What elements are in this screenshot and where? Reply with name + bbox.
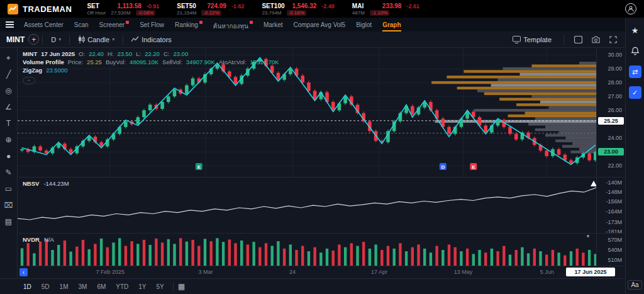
legend-symbol: MINT	[23, 50, 37, 57]
buyvol-label: BuyVol:	[106, 59, 126, 65]
timeline-jump-button[interactable]: ‹	[19, 268, 28, 276]
chevron-down-icon: ▾	[58, 37, 61, 42]
index-value: 1,113.58	[117, 3, 141, 9]
index-name: SET	[87, 3, 112, 9]
nav-item-graph[interactable]: Graph	[382, 18, 401, 31]
compare-add-button[interactable]: +	[28, 34, 39, 45]
checklist-icon[interactable]: ✓	[629, 86, 641, 99]
trading-app: TRADEMAN SET1,113.58-0.91Off Hour27,530M…	[0, 0, 644, 294]
range-1d[interactable]: 1D	[19, 282, 36, 291]
svg-text:E: E	[472, 164, 475, 170]
event-marker-d[interactable]: D	[440, 163, 447, 170]
nav-item-label: Market	[264, 21, 283, 28]
timeline[interactable]: ‹ 17 Jun 2025 7 Feb 20253 Mar2417 Apr13 …	[18, 266, 625, 278]
low-value: 22.20	[145, 50, 160, 57]
high-label: H:	[108, 50, 114, 57]
nvdr-svg[interactable]	[18, 234, 596, 266]
event-marker-e[interactable]: E	[196, 163, 203, 170]
chart-type-dropdown[interactable]: Candle ▾	[73, 33, 119, 46]
event-marker-e[interactable]: E	[470, 163, 477, 170]
range-5y[interactable]: 5Y	[152, 282, 169, 291]
index-change: -2.61	[406, 3, 419, 9]
index-change: -1.62	[231, 3, 245, 9]
symbol-search-button[interactable]: MINT	[6, 35, 28, 44]
nav-item-assets-center[interactable]: Assets Center	[24, 18, 64, 31]
alerts-bell-icon[interactable]	[629, 45, 641, 57]
pencil-tool[interactable]: ✎	[3, 167, 14, 178]
range-3m[interactable]: 3M	[74, 282, 92, 291]
nvdr-pane: 570M540M510M NVDR N/A *	[18, 233, 625, 266]
menu-icon[interactable]	[0, 18, 19, 31]
nav-item-label: Assets Center	[24, 21, 64, 28]
nvdr-value: N/A	[44, 236, 54, 243]
zoom-tool[interactable]: ⊕	[3, 135, 14, 145]
nav-item-ranking[interactable]: Ranking	[175, 18, 203, 31]
range-6m[interactable]: 6M	[92, 282, 110, 291]
fib-tool[interactable]: ◎	[3, 86, 14, 96]
layout-tool[interactable]: ▤	[3, 217, 14, 227]
nav-item-set-flow[interactable]: Set Flow	[140, 18, 164, 31]
time-tick: 3 Mar	[198, 269, 213, 275]
layout-select-button[interactable]	[571, 33, 585, 46]
index-quote-set[interactable]: SET1,113.58-0.91Off Hour27,530M-0.08%	[87, 3, 159, 16]
nbsv-axis[interactable]: -140M-148M-156M-164M-173M-181M	[596, 178, 625, 233]
nvdr-tick: 510M	[608, 257, 622, 263]
sellvol-value: 34907.90K	[186, 59, 215, 65]
calendar-icon[interactable]: ▦	[178, 282, 185, 291]
index-quote-mai[interactable]: MAI233.98-2.61487M-1.10%	[352, 3, 419, 16]
index-volume: 487M	[352, 10, 365, 16]
brush-tool[interactable]: ●	[3, 151, 14, 161]
font-size-button[interactable]: Aa	[628, 280, 641, 290]
nvdr-legend: NVDR N/A	[23, 236, 54, 243]
nbsv-svg[interactable]	[18, 178, 596, 234]
trendline-tool[interactable]: ╱	[3, 69, 14, 79]
nav-item-label: Scan	[74, 21, 89, 28]
user-avatar[interactable]	[625, 3, 636, 14]
index-quote-set50[interactable]: SET50724.09-1.6221,154M-0.22%	[177, 3, 244, 16]
nav-item-scan[interactable]: Scan	[74, 18, 89, 31]
watchlist-star-icon[interactable]: ★	[629, 24, 641, 37]
camera-icon	[592, 36, 600, 43]
nav-item-fund-search[interactable]: ค้นหากองทุน	[213, 18, 253, 31]
nav-item-label: Set Flow	[140, 21, 164, 28]
nav-item-compare-avg-vol5[interactable]: Compare Avg Vol5	[293, 18, 345, 31]
index-percent: -0.16%	[287, 10, 306, 16]
range-5d[interactable]: 5D	[37, 282, 54, 291]
nav-item-market[interactable]: Market	[264, 18, 283, 31]
nvdr-axis[interactable]: 570M540M510M	[596, 234, 625, 266]
index-change: -2.48	[321, 3, 335, 9]
time-tick: 5 Jun	[540, 269, 554, 275]
nav-item-label: Ranking	[175, 21, 198, 28]
nav-item-biglot[interactable]: Biglot	[356, 18, 372, 31]
nbsv-tick: -148M	[606, 189, 622, 195]
brand-logo-icon[interactable]	[8, 4, 18, 14]
price-axis[interactable]: 30.0029.0028.0027.0026.0024.0022.0025.25…	[596, 48, 625, 177]
timeframe-dropdown[interactable]: D ▾	[46, 33, 66, 46]
nbsv-tick: -156M	[606, 198, 622, 205]
trash-tool[interactable]: ⌧	[3, 200, 14, 210]
legend-collapse-button[interactable]: ^	[23, 77, 35, 84]
range-1y[interactable]: 1Y	[134, 282, 150, 291]
range-ytd[interactable]: YTD	[111, 282, 133, 291]
nvdr-note: *	[587, 234, 589, 241]
range-1m[interactable]: 1M	[55, 282, 73, 291]
snapshot-button[interactable]	[589, 33, 602, 46]
index-percent: -1.10%	[370, 10, 389, 16]
fullscreen-button[interactable]	[606, 33, 620, 46]
measure-tool[interactable]: ▭	[3, 184, 14, 194]
index-name: MAI	[352, 3, 377, 9]
atoatcvol-label: AtoAtcVol:	[219, 59, 247, 65]
shapes-tool[interactable]: ∠	[3, 102, 14, 112]
time-tick: 7 Feb 2025	[96, 269, 125, 275]
indicators-button[interactable]: Indicators	[126, 33, 177, 46]
index-quote-set100[interactable]: SET1001,546.32-2.4823,794M-0.16%	[262, 3, 334, 16]
text-tool[interactable]: T	[3, 118, 14, 128]
template-button[interactable]: Template	[508, 33, 557, 46]
cursor-tool[interactable]: ⌖	[3, 53, 14, 63]
compare-swap-icon[interactable]: ⇄	[629, 65, 641, 78]
nav-item-screener[interactable]: Screener	[99, 18, 130, 31]
new-badge	[199, 21, 203, 24]
brand-name[interactable]: TRADEMAN	[23, 4, 72, 14]
time-tick: 13 May	[454, 269, 473, 275]
high-value: 23.50	[117, 50, 132, 57]
